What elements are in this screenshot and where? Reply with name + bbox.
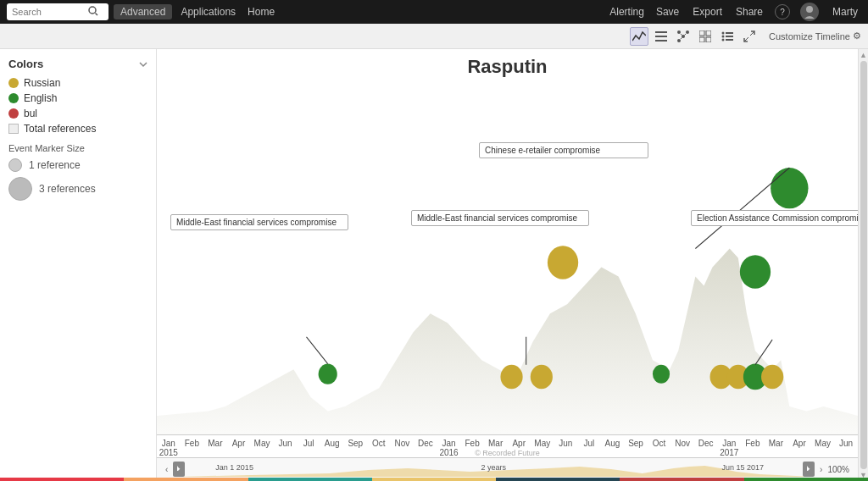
event-dot-small-green-3[interactable] [319, 364, 337, 384]
help-button[interactable]: ? [775, 4, 790, 19]
svg-line-12 [681, 37, 682, 39]
save-button[interactable]: Save [654, 6, 681, 18]
svg-line-10 [681, 34, 682, 36]
color-seg-4 [372, 478, 496, 481]
right-scrollbar[interactable]: ▲ ▼ [858, 49, 868, 481]
axis-jan-2017: Jan2017 [718, 439, 742, 457]
svg-rect-14 [706, 30, 711, 36]
svg-line-1 [96, 13, 98, 15]
event-dot-medium-yellow-1[interactable] [548, 246, 578, 279]
nav-right: Alerting Save Export Share ? Marty [609, 3, 861, 21]
color-seg-5 [496, 478, 620, 481]
total-ref-label: Total references [24, 123, 96, 135]
range-bar-container: ⏵ ⏵ Jan 1 2015 2 years Jun 15 2017 [173, 462, 815, 478]
home-link[interactable]: Home [244, 6, 278, 18]
svg-point-19 [722, 35, 725, 37]
line-chart-icon[interactable] [630, 27, 648, 46]
event-dot-yellow-6[interactable] [761, 365, 783, 390]
expand-icon[interactable] [740, 27, 759, 46]
axis-mar: Mar [203, 439, 227, 457]
axis-dec: Dec [414, 439, 437, 457]
percent-label: 100% [827, 465, 849, 474]
event-dot-large-green-1[interactable] [771, 168, 808, 208]
applications-link[interactable]: Applications [177, 6, 239, 18]
bullet-list-icon[interactable] [718, 27, 737, 46]
axis-feb3: Feb [741, 439, 765, 457]
share-button[interactable]: Share [734, 6, 765, 18]
color-bar [0, 478, 868, 481]
chart-title: Rasputin [157, 56, 858, 78]
axis-mar3: Mar [765, 439, 788, 457]
list-icon[interactable] [652, 27, 670, 46]
marker-1-label: 1 reference [29, 159, 81, 171]
scroll-thumb[interactable] [860, 61, 867, 469]
total-ref-square [8, 124, 19, 134]
svg-rect-15 [699, 37, 704, 42]
svg-rect-13 [699, 30, 704, 36]
search-box [7, 3, 108, 20]
gear-icon: ⚙ [853, 30, 861, 41]
arrow-line-2 [695, 168, 789, 248]
svg-rect-16 [706, 37, 711, 42]
svg-rect-22 [726, 39, 733, 41]
help-icon: ? [780, 8, 785, 17]
axis-jun: Jun [274, 439, 298, 457]
russian-dot [8, 78, 19, 88]
next-arrow[interactable]: › [820, 465, 822, 474]
scroll-up[interactable]: ▲ [860, 51, 867, 59]
marker-size-small: 1 reference [8, 158, 147, 172]
english-label: English [24, 92, 57, 104]
axis-nov2: Nov [670, 439, 694, 457]
svg-point-7 [677, 30, 681, 34]
axis-jun2: Jun [554, 439, 578, 457]
prev-arrow[interactable]: ‹ [165, 465, 168, 474]
customize-timeline[interactable]: Customize Timeline ⚙ [769, 30, 861, 41]
export-button[interactable]: Export [691, 6, 724, 18]
axis-sep: Sep [344, 439, 368, 457]
small-marker [8, 158, 22, 172]
advanced-button[interactable]: Advanced [114, 4, 172, 19]
alerting-button[interactable]: Alerting [609, 6, 644, 18]
svg-point-8 [686, 30, 689, 34]
collapse-icon[interactable] [139, 60, 147, 69]
axis-aug2: Aug [601, 439, 625, 457]
english-dot [8, 93, 19, 103]
legend-item-english: English [8, 92, 147, 104]
color-seg-2 [124, 478, 248, 481]
axis-apr: Apr [227, 439, 251, 457]
timeline-chart [157, 81, 858, 434]
range-handle-right[interactable]: ⏵ [803, 462, 815, 477]
svg-point-17 [722, 31, 725, 34]
event-dot-small-green-4[interactable] [653, 365, 670, 384]
axis-nov: Nov [391, 439, 415, 457]
range-handle-left[interactable]: ⏵ [173, 462, 185, 477]
search-input[interactable] [12, 7, 88, 17]
legend-item-russian: Russian [8, 77, 147, 89]
marker-3-label: 3 references [39, 183, 96, 195]
svg-point-6 [682, 35, 685, 38]
marker-size-large: 3 references [8, 177, 147, 201]
axis-oct: Oct [367, 439, 391, 457]
marker-size-title: Event Marker Size [8, 143, 147, 153]
top-navigation: Advanced Applications Home Alerting Save… [0, 0, 868, 24]
user-name[interactable]: Marty [829, 6, 861, 18]
colors-label: Colors [8, 58, 43, 70]
bul-dot [8, 108, 19, 119]
copyright: © Recorded Future [475, 449, 540, 457]
range-span-label: 2 years [481, 463, 507, 472]
russian-label: Russian [24, 77, 60, 89]
event-dot-yellow-3[interactable] [531, 365, 553, 390]
event-dot-medium-green-2[interactable] [740, 255, 771, 289]
color-seg-6 [620, 478, 743, 481]
bul-label: bul [24, 108, 37, 119]
left-panel: Colors Russian English bul Total referen… [0, 49, 157, 481]
grid-icon[interactable] [696, 27, 715, 46]
svg-line-11 [685, 34, 687, 36]
axis-apr3: Apr [787, 439, 811, 457]
search-button[interactable] [88, 6, 98, 19]
axis-jun3: Jun [834, 439, 858, 457]
network-icon[interactable] [674, 27, 693, 46]
color-seg-1 [0, 478, 124, 481]
event-dot-yellow-2[interactable] [500, 365, 522, 390]
legend-title: Colors [8, 58, 147, 70]
